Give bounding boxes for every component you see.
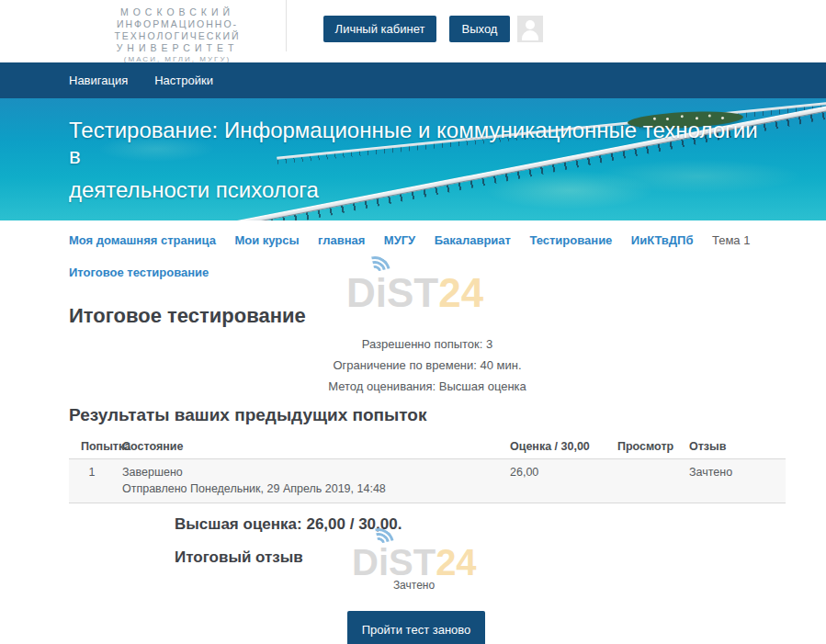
time-limit: Ограничение по времени: 40 мин. [69,355,786,376]
attempts-allowed: Разрешенно попыток: 3 [69,333,786,355]
column-header-review: Просмотр [617,432,689,459]
breadcrumb-row2: Итоговое тестирование [69,264,786,280]
breadcrumb: Моя домашняя страница Мои курсы главная … [69,232,786,248]
dist24-watermark: DiST24 [352,544,477,581]
watermark-text-accent: 24 [436,542,477,582]
column-header-attempt: Попытка [69,432,122,459]
attempt-submitted-date: Отправлено Понедельник, 29 Апрель 2019, … [122,482,503,495]
breadcrumb-testing[interactable]: Тестирование [529,233,612,247]
breadcrumb-mugu[interactable]: МУГУ [384,233,415,247]
breadcrumb-final-test[interactable]: Итоговое тестирование [69,266,209,279]
personal-cabinet-button[interactable]: Личный кабинет [323,16,436,42]
best-grade: Высшая оценка: 26,00 / 30,00. [175,515,402,534]
retake-quiz-button[interactable]: Пройти тест заново [347,611,485,644]
column-header-grade: Оценка / 30,00 [510,432,617,459]
attempt-number-cell: 1 [69,459,122,503]
course-title-line1: Тестирование: Информационные и коммуника… [69,118,767,169]
grading-method: Метод оценивания: Высшая оценка [69,376,786,397]
logo-line: ИНФОРМАЦИОННО-ТЕХНОЛОГИЧЕСКИЙ [67,18,288,42]
main-navbar: Навигация Настройки [0,62,826,98]
quiz-page: МОСКОВСКИЙ ИНФОРМАЦИОННО-ТЕХНОЛОГИЧЕСКИЙ… [0,0,826,644]
logo-line: МОСКОВСКИЙ [67,6,288,18]
table-row: 1 Завершено Отправлено Понедельник, 29 А… [69,459,786,503]
university-logo: МОСКОВСКИЙ ИНФОРМАЦИОННО-ТЕХНОЛОГИЧЕСКИЙ… [67,6,288,64]
breadcrumb-main[interactable]: главная [318,233,365,247]
nav-item-navigation[interactable]: Навигация [69,73,128,87]
results-heading: Результаты ваших предыдущих попыток [69,405,426,425]
feedback-value: Зачтено [352,579,476,592]
column-header-state: Состояние [122,432,510,459]
logout-button[interactable]: Выход [449,16,510,42]
logo-line: УНИВЕРСИТЕТ [67,42,288,54]
course-hero-banner: Тестирование: Информационные и коммуника… [0,98,826,220]
nav-item-settings[interactable]: Настройки [154,73,213,87]
breadcrumb-topic1: Тема 1 [712,233,750,247]
attempts-table: Попытка Состояние Оценка / 30,00 Просмот… [69,432,786,503]
attempt-state: Завершено [122,466,183,479]
breadcrumb-iiktvdpb[interactable]: ИиКТвДПб [631,233,694,247]
logo-divider [286,0,287,51]
column-header-feedback: Отзыв [689,432,786,459]
breadcrumb-bachelor[interactable]: Бакалавриат [435,233,511,247]
attempt-grade-cell: 26,00 [510,459,617,503]
table-header-row: Попытка Состояние Оценка / 30,00 Просмот… [69,432,786,459]
attempt-state-cell: Завершено Отправлено Понедельник, 29 Апр… [122,459,510,503]
attempt-feedback-cell: Зачтено [689,459,786,503]
course-title-line2: деятельности психолога [69,177,767,203]
user-avatar[interactable] [517,16,543,42]
overall-feedback-heading: Итоговый отзыв [175,548,303,567]
site-header: МОСКОВСКИЙ ИНФОРМАЦИОННО-ТЕХНОЛОГИЧЕСКИЙ… [0,0,826,62]
quiz-info: Разрешенно попыток: 3 Ограничение по вре… [69,333,786,397]
breadcrumb-my-courses[interactable]: Мои курсы [234,233,299,247]
wifi-signal-icon [352,544,477,581]
attempt-review-cell [617,459,689,503]
watermark-text-gray: DiST [352,542,436,582]
breadcrumb-my-home[interactable]: Моя домашняя страница [69,233,216,247]
page-title: Итоговое тестирование [69,304,306,328]
